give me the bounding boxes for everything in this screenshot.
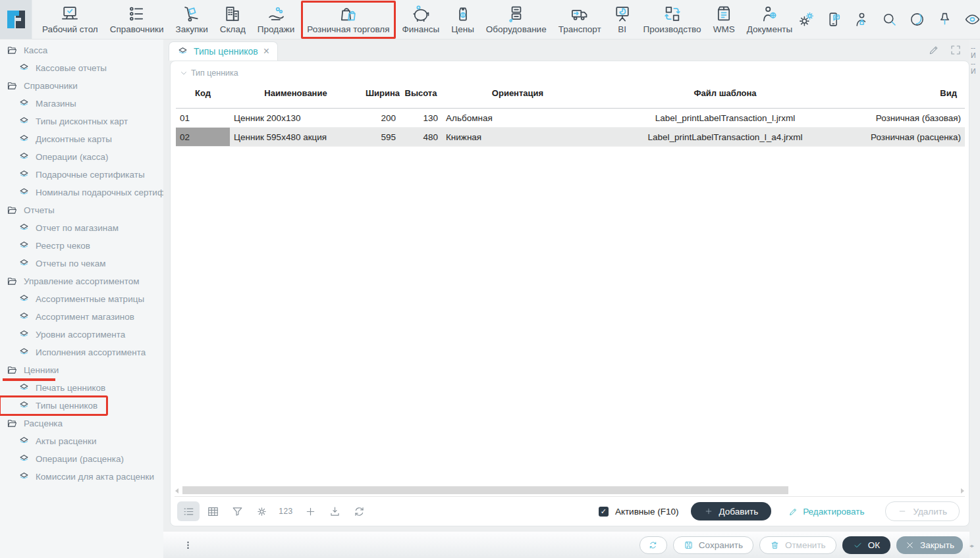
grid-row[interactable]: 02 Ценник 595x480 акция 595 480 Книжная … [176,128,965,147]
grid-row[interactable]: 01 Ценник 200x130 200 130 Альбомная Labe… [176,109,965,128]
cell-height[interactable]: 130 [400,109,442,128]
sidebar-item[interactable]: Типы дисконтных карт [0,113,128,130]
sidebar-item[interactable]: Отчеты [0,201,55,219]
save-button[interactable]: Сохранить [673,536,753,554]
sidebar-item[interactable]: Реестр чеков [0,237,90,255]
active-filter-label[interactable]: Активные (F10) [615,507,679,517]
column-header-kind[interactable]: Вид [857,78,965,109]
tab-price-tag-types[interactable]: Типы ценников × [169,41,278,61]
pin-icon[interactable] [937,11,953,28]
sidebar-item[interactable]: Комиссии для акта расценки [0,468,154,486]
sidebar-item[interactable]: Типы ценников [0,397,107,415]
nav-item[interactable]: Цены [445,2,480,38]
scroll-left-arrow[interactable] [175,488,178,494]
column-header-template-file[interactable]: Файл шаблона [593,78,857,109]
grid-toolbar-button[interactable] [177,501,200,521]
sidebar-item[interactable]: Ассортиментные матрицы [0,290,144,308]
cell-orientation[interactable]: Альбомная [442,109,593,128]
cell-template-file[interactable]: Label_printLabelTransaction_l.jrxml [593,109,857,128]
ok-button[interactable]: ОК [842,536,890,554]
sidebar-item[interactable]: Дисконтные карты [0,130,112,148]
eye-icon[interactable] [964,11,980,28]
edit-button[interactable]: Редактировать [788,507,864,517]
cell-orientation[interactable]: Книжная [442,128,593,147]
nav-item[interactable]: Оборудование [480,2,553,38]
horizontal-scrollbar[interactable] [175,486,965,497]
cell-template-file[interactable]: Label_printLabelTransaction_l_a4.jrxml [593,128,857,147]
sidebar-item[interactable]: Касса [0,41,47,59]
nav-item[interactable]: BI [607,2,638,38]
nav-item[interactable]: Рабочий стол [36,2,104,38]
sidebar-item[interactable]: Управление ассортиментом [0,272,139,290]
expand-icon[interactable] [950,44,962,56]
grid-toolbar-button[interactable] [299,501,321,521]
sidebar-item[interactable]: Акты расценки [0,432,96,450]
nav-item[interactable]: Розничная торговля [301,1,395,39]
nav-item[interactable]: Продажи [252,2,300,38]
add-button[interactable]: Добавить [691,502,772,520]
resize-arrows[interactable]: ◂▸ [969,543,973,549]
sidebar-item[interactable]: Справочники [0,77,78,95]
sidebar-item[interactable]: Исполнения ассортимента [0,343,146,361]
cancel-button[interactable]: Отменить [759,536,836,554]
delete-button[interactable]: Удалить [885,501,960,521]
nav-item[interactable]: Транспорт [553,2,607,38]
nav-item[interactable]: Документы [741,2,799,38]
cell-code[interactable]: 02 [176,128,230,147]
cell-height[interactable]: 480 [400,128,442,147]
nav-item[interactable]: Справочники [104,2,170,38]
cell-width[interactable]: 595 [362,128,400,147]
user-profile-icon[interactable] [854,11,870,28]
nav-item[interactable]: Склад [214,2,252,38]
cell-name[interactable]: Ценник 200x130 [230,109,362,128]
column-header-orientation[interactable]: Ориентация [442,78,593,109]
grid-toolbar-button[interactable] [202,501,224,521]
grid-toolbar-button[interactable] [323,501,346,521]
scroll-right-arrow[interactable] [961,488,964,494]
cell-kind[interactable]: Розничная (базовая) [857,109,965,128]
cell-code[interactable]: 01 [176,109,230,128]
column-header-name[interactable]: Наименование [230,78,362,109]
sidebar-item[interactable]: Операции (касса) [0,148,109,166]
sidebar-item[interactable]: Номиналы подарочных сертификатов [0,184,163,201]
sidebar-item[interactable]: Ценники [0,361,59,379]
nav-item[interactable]: Производство [638,2,707,38]
pencil-icon[interactable] [928,44,940,56]
grid-toolbar-button[interactable]: 123 [275,501,297,521]
clock-icon[interactable] [909,11,925,28]
cell-kind[interactable]: Розничная (расценка) [857,128,965,147]
grid-toolbar-button[interactable] [226,501,248,521]
refresh-button[interactable] [640,536,667,554]
cell-name[interactable]: Ценник 595x480 акция [230,128,362,147]
active-filter-checkbox[interactable]: ✓ [599,507,609,517]
grid-toolbar-button[interactable] [250,501,273,521]
sidebar-item[interactable]: Кассовые отчеты [0,59,107,77]
grid-toolbar-button[interactable] [348,501,370,521]
nav-item[interactable]: Закупки [170,2,214,38]
search-icon[interactable] [881,11,898,28]
sidebar-item[interactable]: Магазины [0,95,76,113]
dots-vertical-icon[interactable] [183,540,193,550]
scrollbar-thumb[interactable] [182,486,788,494]
column-header-height[interactable]: Высота [400,78,442,109]
sidebar-item[interactable]: Расценка [0,415,63,432]
group-collapse-header[interactable]: Тип ценника [171,61,969,78]
settings-gears-icon[interactable] [798,11,815,28]
sidebar-item[interactable]: Подарочные сертификаты [0,166,145,184]
column-header-code[interactable]: Код [176,78,230,109]
sidebar-item[interactable]: Ассортимент магазинов [0,308,134,326]
nav-item[interactable]: WMS [707,2,741,38]
column-header-width[interactable]: Ширина [362,78,400,109]
app-logo[interactable] [0,0,32,39]
sidebar-item[interactable]: Уровни ассортимента [0,326,125,343]
sidebar-item[interactable]: Печать ценников [0,379,105,397]
nav-item[interactable]: Финансы [396,2,446,38]
sidebar-item[interactable]: Отчет по магазинам [0,219,119,237]
tab-close-icon[interactable]: × [263,46,269,57]
close-button[interactable]: Закрыть [896,536,963,554]
refresh-icon [648,540,658,550]
sidebar-item[interactable]: Операции (расценка) [0,450,124,468]
phone-feedback-icon[interactable] [826,11,842,28]
cell-width[interactable]: 200 [362,109,400,128]
sidebar-item[interactable]: Отчеты по чекам [0,255,106,272]
